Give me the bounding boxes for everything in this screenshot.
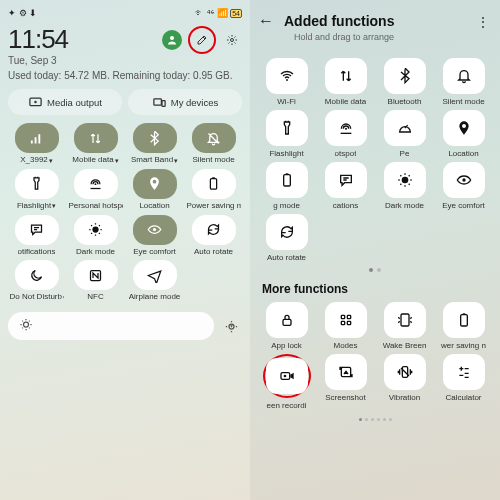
tile-button-location[interactable] xyxy=(133,169,177,199)
tile-button-wakebreen[interactable] xyxy=(384,302,426,338)
tile-button-eyecomfort[interactable] xyxy=(133,215,177,245)
tile-button-mobiledata[interactable] xyxy=(325,58,367,94)
auto-brightness-button[interactable] xyxy=(220,315,242,337)
tile-label: Mobile data xyxy=(325,97,366,106)
tile-nfc: NFC xyxy=(67,260,124,302)
profile-icon[interactable] xyxy=(162,30,182,50)
tile-button-flashlight[interactable] xyxy=(266,110,308,146)
tile-gmode: g mode xyxy=(258,162,315,210)
tile-button-screenshot[interactable] xyxy=(325,354,367,390)
eye-icon xyxy=(147,222,162,237)
tile-button-mobiledata[interactable] xyxy=(74,123,118,153)
grid-icon xyxy=(338,312,354,328)
tile-button-darkmode[interactable] xyxy=(384,162,426,198)
tile-button-darkmode[interactable] xyxy=(74,215,118,245)
quick-tiles-grid: X_3992▾Mobile data▾Smart Band▾Silent mod… xyxy=(8,123,242,302)
tile-label: otifications xyxy=(18,248,56,257)
tile-button-notifications[interactable] xyxy=(15,215,59,245)
data-usage-label: Used today: 54.72 MB. Remaining today: 0… xyxy=(8,70,242,81)
devices-icon xyxy=(152,95,167,110)
tile-button-applock[interactable] xyxy=(266,302,308,338)
tile-button-hotspot[interactable] xyxy=(74,169,118,199)
tile-label: X_3992▾ xyxy=(20,156,53,165)
brightness-slider[interactable] xyxy=(8,312,214,340)
tile-label: Auto rotate xyxy=(194,248,233,257)
back-button[interactable]: ← xyxy=(258,12,274,30)
moon-icon xyxy=(29,268,44,283)
tile-smartband: Smart Band▾ xyxy=(126,123,183,165)
tile-label: Pe xyxy=(400,149,410,158)
vibration-icon xyxy=(397,364,413,380)
tile-button-wifi[interactable] xyxy=(266,58,308,94)
date-label: Tue, Sep 3 xyxy=(8,55,242,66)
tile-wakebreen: Wake Breen xyxy=(376,302,433,350)
tile-label: Power saving mode xyxy=(187,202,241,211)
tile-label: cations xyxy=(333,201,358,210)
battery-icon xyxy=(456,312,472,328)
tile-label: Airplane mode xyxy=(129,293,181,302)
tile-label: Wake Breen xyxy=(383,341,427,350)
media-output-button[interactable]: Media output xyxy=(8,89,122,115)
bell-icon xyxy=(456,68,472,84)
tile-cations: cations xyxy=(317,162,374,210)
tile-label: NFC xyxy=(87,293,103,302)
tile-mobiledata: Mobile data xyxy=(317,58,374,106)
tile-button-dnd[interactable] xyxy=(15,260,59,290)
tile-button-autorotate[interactable] xyxy=(266,214,308,250)
tile-button-perf[interactable] xyxy=(384,110,426,146)
tile-button-hotspot[interactable] xyxy=(325,110,367,146)
tile-flashlight: Flashlight▾ xyxy=(8,169,65,211)
tile-powersave: Power saving mode xyxy=(185,169,242,211)
comment-icon xyxy=(338,172,354,188)
page-subtitle: Hold and drag to arrange xyxy=(294,32,394,42)
tile-label: g mode xyxy=(273,201,300,210)
tile-button-calculator[interactable] xyxy=(443,354,485,390)
tile-button-nfc[interactable] xyxy=(74,260,118,290)
tile-label: Smart Band▾ xyxy=(131,156,178,165)
tile-button-screenrec[interactable] xyxy=(266,358,308,394)
comment-icon xyxy=(29,222,44,237)
tile-button-modes[interactable] xyxy=(325,302,367,338)
lock-icon xyxy=(279,312,295,328)
tile-vibration: Vibration xyxy=(376,354,433,410)
flashlight-icon xyxy=(29,176,44,191)
tile-button-vibration[interactable] xyxy=(384,354,426,390)
tile-button-silent[interactable] xyxy=(443,58,485,94)
tile-button-wersaving[interactable] xyxy=(443,302,485,338)
tile-button-powersave[interactable] xyxy=(192,169,236,199)
tile-darkmode: Dark mode xyxy=(376,162,433,210)
settings-icon[interactable] xyxy=(222,30,242,50)
edit-icon[interactable] xyxy=(192,30,212,50)
tile-location: Location xyxy=(435,110,492,158)
overflow-menu-icon[interactable]: ⋮ xyxy=(476,14,490,30)
tile-flashlight: Flashlight xyxy=(258,110,315,158)
tile-label: Modes xyxy=(333,341,357,350)
tile-button-smartband[interactable] xyxy=(133,123,177,153)
tile-button-cations[interactable] xyxy=(325,162,367,198)
tile-notifications: otifications xyxy=(8,215,65,257)
my-devices-button[interactable]: My devices xyxy=(128,89,242,115)
tile-screenrec: een recordi xyxy=(258,354,315,410)
tile-hotspot: Personal hotspot▾ xyxy=(67,169,124,211)
tile-label: Vibration xyxy=(389,393,420,402)
tile-button-gmode[interactable] xyxy=(266,162,308,198)
tile-button-airplane[interactable] xyxy=(133,260,177,290)
tile-label: Location xyxy=(139,202,169,211)
tile-button-silent[interactable] xyxy=(192,123,236,153)
tile-button-autorotate[interactable] xyxy=(192,215,236,245)
tile-eyecomfort: Eye comfort xyxy=(435,162,492,210)
rotate-icon xyxy=(206,222,221,237)
tile-button-location[interactable] xyxy=(443,110,485,146)
tile-button-flashlight[interactable] xyxy=(15,169,59,199)
tile-label: Do Not Disturb▾ xyxy=(10,293,64,302)
tile-button-network[interactable] xyxy=(15,123,59,153)
bell-off-icon xyxy=(206,131,221,146)
status-bar: ✦ ⚙ ⬇ ᯤ ⁴⁶ 📶 54 xyxy=(8,6,242,20)
record-icon xyxy=(279,368,295,384)
cast-icon xyxy=(28,95,43,110)
eye-icon xyxy=(456,172,472,188)
tile-button-eyecomfort[interactable] xyxy=(443,162,485,198)
darkmode-icon xyxy=(88,222,103,237)
location-icon xyxy=(456,120,472,136)
tile-button-bluetooth[interactable] xyxy=(384,58,426,94)
